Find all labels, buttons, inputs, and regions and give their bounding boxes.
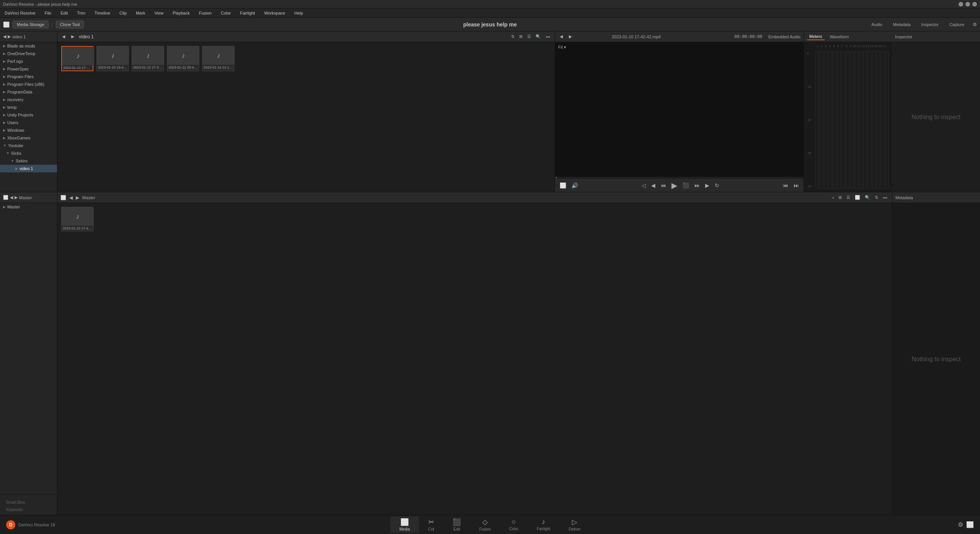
nav-prev-button[interactable]: ◀ xyxy=(60,33,67,40)
media-clip-3[interactable]: ♪ 2023-01-12 20-43-30... xyxy=(167,46,199,71)
tree-item[interactable]: ▶Program Files (x86) xyxy=(0,80,57,88)
media-clip-4[interactable]: ♪ 2023-01-14 21-14-54... xyxy=(202,46,234,71)
menu-color[interactable]: Color xyxy=(219,10,232,16)
close-button[interactable] xyxy=(972,2,977,7)
media-clip-0[interactable]: ♪ 2023-01-10 17-42-42... xyxy=(61,46,93,71)
tree-item[interactable]: ▶Program Files xyxy=(0,73,57,80)
next-frame-button[interactable]: ▶ xyxy=(704,182,711,189)
menu-fairlight[interactable]: Fairlight xyxy=(238,10,256,16)
prev-clip-button[interactable]: ⏮ xyxy=(781,182,790,189)
play-button[interactable]: ▶ xyxy=(670,180,679,191)
menu-timeline[interactable]: Timeline xyxy=(93,10,112,16)
clone-tool-button[interactable]: Clone Tool xyxy=(56,21,84,28)
menu-davinci-resolve[interactable]: DaVinci Resolve xyxy=(3,10,37,16)
tree-item[interactable]: ▶OneDriveTemp xyxy=(0,50,57,57)
go-to-start-button[interactable]: ⏮ xyxy=(659,182,668,189)
tree-item[interactable]: ▶Unity Projects xyxy=(0,111,57,119)
menu-file[interactable]: File xyxy=(43,10,53,16)
tab-color[interactable]: ○ Color xyxy=(500,516,528,533)
bin-panel-icon[interactable]: ⬜ xyxy=(60,195,66,200)
nav-next-button[interactable]: ▶ xyxy=(70,33,76,40)
tree-item[interactable]: ▶Windows xyxy=(0,126,57,134)
tree-item[interactable]: ▼Sicks xyxy=(0,149,57,157)
menu-edit[interactable]: Edit xyxy=(59,10,69,16)
bin-grid-button[interactable]: ⊞ xyxy=(837,194,843,201)
nav-back-button[interactable]: ◀ xyxy=(3,34,6,39)
inspector-tab[interactable]: Inspector xyxy=(919,21,941,28)
media-storage-button[interactable]: Media Storage xyxy=(13,21,49,28)
menu-fusion[interactable]: Fusion xyxy=(198,10,213,16)
tree-item[interactable]: ▶ProgramData xyxy=(0,88,57,96)
list-view-button[interactable]: ☰ xyxy=(526,33,532,40)
tree-item[interactable]: ▶Perf.ogs xyxy=(0,57,57,65)
tree-item[interactable]: ▶Blade as mods xyxy=(0,42,57,50)
menu-playback[interactable]: Playback xyxy=(171,10,191,16)
tab-deliver[interactable]: ▷ Deliver xyxy=(560,516,590,533)
nav-forward-button[interactable]: ▶ xyxy=(8,34,11,39)
tab-fusion[interactable]: ◇ Fusion xyxy=(470,516,500,533)
tree-item[interactable]: ▶PowerSpec xyxy=(0,65,57,73)
bin-filter-button[interactable]: ⇅ xyxy=(873,194,880,201)
viewer-content[interactable]: Fit ▾ xyxy=(555,42,804,177)
tree-item[interactable]: ▶temp xyxy=(0,103,57,111)
media-clip-2[interactable]: ♪ 2023-01-12 17-31-06... xyxy=(132,46,164,71)
media-clip-1[interactable]: ♪ 2023-01-10 19-46-22... xyxy=(96,46,129,71)
search-button[interactable]: 🔍 xyxy=(534,33,542,40)
viewer-nav-button[interactable]: ◀ xyxy=(558,33,564,40)
menu-trim[interactable]: Trim xyxy=(75,10,87,16)
settings-icon-bottom[interactable]: ⚙ xyxy=(958,521,963,528)
nav-prev-bin[interactable]: ◀ xyxy=(10,195,13,200)
waveform-tab[interactable]: Waveform xyxy=(828,34,851,40)
master-bin[interactable]: ▶ Master xyxy=(0,203,57,211)
stop-button[interactable]: ⬛ xyxy=(681,182,691,189)
tree-item[interactable]: ▼Sekiro xyxy=(0,157,57,165)
menu-workspace[interactable]: Workspace xyxy=(263,10,287,16)
bin-content-nav-next[interactable]: ▶ xyxy=(76,195,79,200)
menu-view[interactable]: View xyxy=(153,10,165,16)
menu-clip[interactable]: Clip xyxy=(118,10,128,16)
menu-help[interactable]: Help xyxy=(293,10,305,16)
tree-item[interactable]: ▶Users xyxy=(0,119,57,126)
minimize-button[interactable] xyxy=(959,2,963,7)
tree-item[interactable]: ▶video 1 xyxy=(0,165,57,172)
tree-item[interactable]: ▶recovery xyxy=(0,96,57,103)
playhead-scrubber[interactable] xyxy=(555,177,804,178)
panel-icon[interactable]: ⬜ xyxy=(3,195,8,200)
maximize-button[interactable] xyxy=(965,2,970,7)
fullscreen-icon[interactable]: ⬜ xyxy=(966,521,974,528)
metadata-tab[interactable]: Metadata xyxy=(891,21,913,28)
tab-edit[interactable]: ⬛ Edit xyxy=(443,516,470,533)
bin-more-button[interactable]: ••• xyxy=(881,194,889,201)
more-options-button[interactable]: ••• xyxy=(544,33,552,40)
tab-cut[interactable]: ✂ Cut xyxy=(419,516,444,533)
nav-next-bin[interactable]: ▶ xyxy=(15,195,18,200)
audio-tab[interactable]: Audio xyxy=(869,21,885,28)
bin-sort-button[interactable]: • xyxy=(831,194,836,201)
tree-item[interactable]: ▼Youtube xyxy=(0,142,57,149)
fit-dropdown[interactable]: Fit ▾ xyxy=(558,45,566,49)
in-out-prev-button[interactable]: ◁ xyxy=(640,182,647,189)
bin-search-button[interactable]: 🔍 xyxy=(863,194,872,201)
tree-item[interactable]: ▶XboxGames xyxy=(0,134,57,142)
view-mode-button[interactable]: ⬜ xyxy=(558,182,568,189)
prev-frame-button[interactable]: ◀ xyxy=(650,182,657,189)
capture-tab[interactable]: Capture xyxy=(947,21,967,28)
go-to-end-button[interactable]: ⏭ xyxy=(693,182,701,189)
window-controls[interactable] xyxy=(959,2,977,7)
viewer-nav-forward-button[interactable]: ▶ xyxy=(567,33,573,40)
meters-tab[interactable]: Meters xyxy=(807,33,825,40)
volume-button[interactable]: 🔊 xyxy=(570,182,580,189)
loop-button[interactable]: ↻ xyxy=(713,182,721,189)
panel-icon[interactable]: ⬜ xyxy=(3,21,10,28)
menu-mark[interactable]: Mark xyxy=(134,10,147,16)
sort-icon[interactable]: ⇅ xyxy=(510,33,516,40)
tab-fairlight[interactable]: ♪ Fairlight xyxy=(528,516,560,533)
bin-content-nav-prev[interactable]: ◀ xyxy=(69,195,73,200)
bin-view-toggle[interactable]: ⬜ xyxy=(853,194,862,201)
tab-media[interactable]: ⬜ Media xyxy=(390,516,419,533)
bin-clip-0[interactable]: ♪ 2023-01-10 17-42... xyxy=(61,207,93,231)
settings-icon[interactable]: ⚙ xyxy=(973,22,977,27)
next-clip-button[interactable]: ⏭ xyxy=(792,182,800,189)
grid-view-button[interactable]: ⊞ xyxy=(518,33,524,40)
bin-list-button[interactable]: ☰ xyxy=(845,194,852,201)
